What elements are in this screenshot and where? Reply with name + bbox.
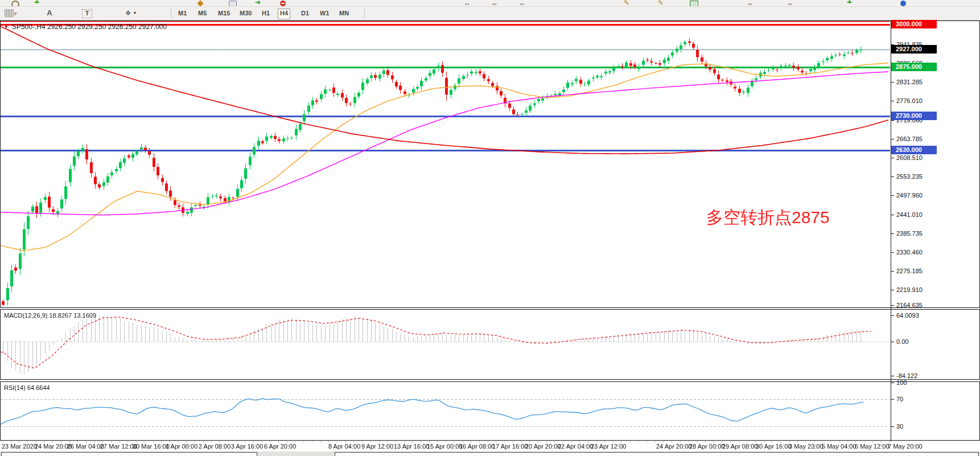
time-tick-mark (529, 441, 530, 442)
timeframe-button-h4[interactable]: H4 (278, 9, 290, 19)
table-icon[interactable] (690, 1, 698, 7)
macd-canvas[interactable] (1, 310, 890, 378)
axis-tick-mark (891, 383, 894, 383)
new-add-icon[interactable]: + (34, 0, 39, 3)
price-axis-label: 2497.960 (896, 192, 923, 199)
bar-spacing-icon[interactable]: ↔ (491, 0, 498, 5)
axis-tick-mark (891, 305, 894, 306)
price-chart-canvas[interactable] (1, 21, 890, 306)
mt4-window: +➔↔↔↔✎✎↔↔+ F A T ❖▼ M1M5M15M30H1H4D1W1MN… (0, 0, 980, 456)
bar-spacing-icon[interactable]: ↔ (464, 0, 471, 5)
ornament-icon[interactable] (197, 0, 203, 6)
time-axis-label: 23 Apr 12:00 (591, 443, 626, 450)
bar-spacing-icon[interactable]: ↔ (747, 0, 753, 5)
time-tick-mark (228, 441, 229, 442)
axis-tick-mark (891, 399, 894, 400)
timeframe-button-d1[interactable]: D1 (299, 9, 311, 18)
bottom-tab[interactable] (335, 452, 979, 456)
info-icon[interactable] (900, 1, 906, 6)
time-axis-label: 8 Apr 04:00 (328, 443, 360, 450)
timeframe-button-mn[interactable]: MN (337, 9, 351, 18)
time-tick-mark (872, 441, 873, 442)
macd-label: MACD(12,26,9) 18.8267 13.1609 (4, 312, 96, 319)
price-axis-label: 2831.285 (896, 79, 923, 85)
time-tick-mark (881, 441, 882, 442)
time-tick-mark (797, 441, 798, 442)
time-tick-mark (69, 441, 70, 442)
time-tick-mark (730, 441, 731, 442)
timeframe-button-w1[interactable]: W1 (318, 9, 331, 18)
time-tick-mark (864, 441, 864, 442)
bar-spacing-icon[interactable]: ↔ (787, 0, 793, 5)
time-tick-mark (680, 441, 681, 442)
price-axis-label: 2164.635 (896, 302, 923, 309)
time-tick-mark (889, 441, 890, 442)
text-box-tool-icon[interactable]: T (82, 9, 92, 18)
time-axis-label: 17 Apr 16:00 (492, 443, 528, 450)
time-axis-label: 6 Apr 20:00 (264, 443, 296, 450)
time-tick-mark (195, 441, 195, 442)
time-axis-label: 20 Apr 20:00 (525, 443, 561, 450)
bottom-tab[interactable] (1, 452, 257, 456)
axis-tick-mark (891, 426, 894, 427)
time-tick-mark (772, 441, 772, 442)
time-tick-mark (488, 441, 488, 442)
collapse-triangle-icon[interactable]: ▼ (4, 24, 9, 30)
time-tick-mark (44, 441, 45, 442)
rsi-panel[interactable]: RSI(14) 64.6644 (0, 381, 980, 441)
chart-title: ▼SP500-,H4 2926.250 2929.250 2926.250 29… (4, 23, 167, 31)
price-level-badge: 2630.000 (891, 146, 937, 154)
document-icon[interactable] (229, 1, 237, 7)
bar-spacing-icon[interactable]: ↔ (518, 0, 525, 5)
timeframe-button-m1[interactable]: M1 (176, 9, 188, 18)
text-annotation-tool-icon[interactable]: A (44, 8, 55, 18)
time-axis-label: 5 May 04:00 (822, 443, 857, 450)
freehand-grid-tool-icon[interactable]: F (5, 9, 14, 17)
time-tick-mark (705, 441, 706, 442)
timeframe-button-m5[interactable]: M5 (196, 9, 208, 18)
run-icon[interactable]: ➔ (255, 0, 261, 5)
axis-tick-mark (891, 195, 894, 196)
time-tick-mark (546, 441, 547, 442)
time-tick-mark (429, 441, 430, 442)
macd-panel[interactable]: MACD(12,26,9) 18.8267 13.1609 (0, 309, 980, 380)
time-tick-mark (36, 441, 36, 442)
time-tick-mark (11, 441, 11, 442)
time-tick-mark (814, 441, 814, 442)
time-tick-mark (396, 441, 396, 442)
pencil-icon[interactable]: ✎ (624, 0, 629, 5)
time-axis-label: 26 Mar 04:00 (67, 443, 104, 450)
time-tick-mark (245, 441, 245, 442)
macd-axis-label: 0.00 (896, 338, 908, 345)
time-tick-mark (780, 441, 781, 442)
price-chart-panel[interactable]: ▼SP500-,H4 2926.250 2929.250 2926.250 29… (0, 20, 980, 308)
timeframe-button-m15[interactable]: M15 (216, 9, 232, 18)
timeframe-button-h1[interactable]: H1 (260, 9, 271, 18)
axis-separator-line (891, 20, 891, 451)
rsi-label: RSI(14) 64.6644 (4, 384, 50, 391)
time-tick-mark (153, 441, 154, 442)
time-tick-mark (722, 441, 722, 442)
zoom-icon[interactable] (11, 1, 19, 7)
toolbar-second-row: F A T ❖▼ M1M5M15M30H1H4D1W1MN (0, 7, 980, 20)
rsi-axis-label: 30 (896, 423, 903, 430)
time-tick-mark (697, 441, 697, 442)
axis-tick-mark (891, 342, 894, 342)
rsi-canvas[interactable] (1, 382, 890, 439)
stop-icon[interactable] (280, 1, 286, 6)
arrow-objects-tool-icon[interactable]: ❖▼ (120, 8, 142, 18)
time-tick-mark (220, 441, 220, 442)
time-tick-mark (504, 441, 505, 442)
add-indicator-icon[interactable]: + (847, 0, 852, 3)
time-tick-mark (370, 441, 371, 442)
pencil-edit-icon[interactable]: ✎ (658, 0, 664, 5)
time-axis[interactable]: 23 Mar 202024 Mar 20:0026 Mar 04:0027 Ma… (0, 441, 980, 451)
timeframe-button-m30[interactable]: M30 (238, 9, 253, 18)
time-tick-mark (630, 441, 631, 442)
axis-tick-mark (891, 271, 894, 272)
annotation-text: 多空转折点2875 (706, 206, 830, 229)
price-level-badge: 2875.000 (891, 63, 937, 71)
time-tick-mark (287, 441, 287, 442)
chart-title-text: SP500-,H4 2926.250 2929.250 2926.250 292… (12, 23, 167, 31)
axis-tick-mark (891, 290, 894, 290)
